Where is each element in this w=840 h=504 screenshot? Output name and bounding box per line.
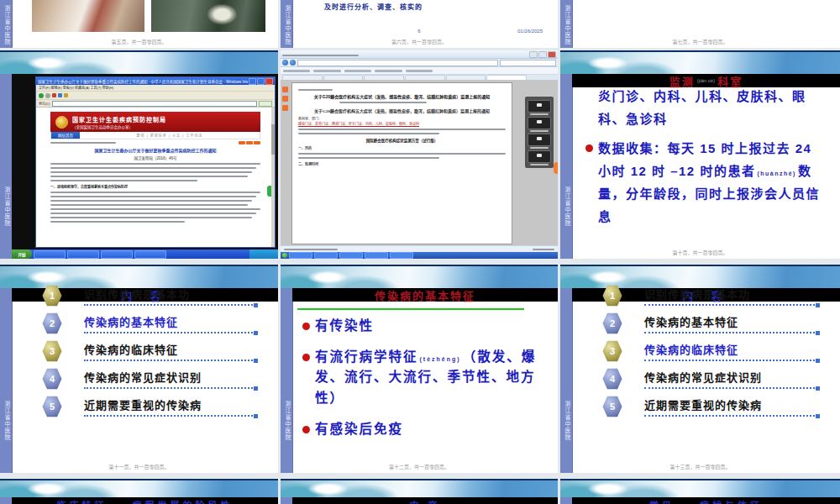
bullet-dot <box>302 354 310 361</box>
toc-label: 传染病的基本特征 <box>644 316 738 328</box>
taskbar-item <box>289 252 312 259</box>
slide-9-thumbnail[interactable]: 关于G20峰会医疗机构五大症状（发热、感染性皮疹、腹泻、结膜红肿和黄疸）监测上报… <box>281 50 558 259</box>
slide-body-text: 及时进行分析、调查、核实的 <box>324 2 423 11</box>
breadcrumb-text <box>50 142 144 144</box>
pinyin-annotation: (tèzhēng) <box>420 356 461 362</box>
start-button: 开始 <box>12 249 32 259</box>
number-badge: 5 <box>42 396 62 417</box>
slide-title: 临床特征——病程发展的阶段性 <box>57 500 234 504</box>
number-badge: 4 <box>42 368 62 390</box>
breadcrumb-row <box>50 141 260 144</box>
hospital-side-banner: 浙江省中医院 <box>281 288 293 473</box>
slide-title: 科室 <box>717 73 743 89</box>
wreath-photo-right <box>151 0 265 32</box>
slide-title: 内 容 <box>409 500 440 504</box>
notice-section-heading: 一、加强组织领导，高度重视夏秋季重点传染病防控 <box>50 184 260 189</box>
bullet-dot <box>302 426 310 433</box>
taskbar-item <box>365 252 388 259</box>
toc-label: 传染病的常见症状识别 <box>84 371 202 384</box>
desktop-screenshot: 国家卫生计生委办公厅关于做好夏秋季重点传染病防控工作的通知 - 中华人民共和国国… <box>12 74 278 259</box>
toc-leader: 传染病的基本特征 <box>84 313 256 333</box>
hospital-name-vertical: 浙江省中医院 <box>3 186 11 227</box>
toc-leader: 传染病的基本特征 <box>644 313 818 333</box>
surgery-banner-image <box>0 479 278 497</box>
toc-item: 3 传染病的临床特征 <box>42 340 256 362</box>
stop-icon <box>52 93 56 97</box>
browser-status-bar <box>281 245 558 252</box>
hospital-side-banner: 浙江省中医院 <box>0 288 13 473</box>
toc-leader: 传染病的临床特征 <box>644 341 818 361</box>
panel-label <box>530 164 549 165</box>
slide-8-thumbnail[interactable]: 浙江省中医院 国家卫生计生委办公厅关于做好夏秋季重点传染病防控工作的通知 - 中… <box>0 50 278 259</box>
ie-title-bar: 国家卫生计生委办公厅关于做好夏秋季重点传染病防控工作的通知 - 中华人民共和国国… <box>36 77 275 85</box>
monitored-departments-text: 感染门诊、发热门诊、肠道门诊、肝炎门诊、内科、儿科、皮肤科、眼科、急诊科 <box>298 121 506 126</box>
side-panel-handle <box>554 162 558 174</box>
close-icon <box>265 78 273 85</box>
hospital-side-banner: 浙江省中医院 <box>0 74 13 259</box>
browser-title-bar <box>281 50 558 59</box>
screen-share-icon <box>528 134 551 146</box>
gov-site-header: 国家卫生计生委疾病预防控制局 （全国爱国卫生运动委员会办公室） <box>50 112 260 132</box>
surgery-banner-image <box>0 265 278 288</box>
back-icon <box>39 93 44 98</box>
title-underline <box>297 308 524 310</box>
panel-label <box>530 130 549 132</box>
home-icon <box>64 93 68 97</box>
slide-title: 传染病的基本特征 <box>375 287 475 303</box>
ie-browser-window: 国家卫生计生委办公厅关于做好夏秋季重点传染病防控工作的通知 - 中华人民共和国国… <box>35 76 276 248</box>
slide-16-thumbnail[interactable]: 常见——症状与体征 <box>560 479 840 504</box>
nav-home-tab: 网站首页 <box>51 132 80 139</box>
number-badge: 2 <box>602 312 622 334</box>
hospital-side-banner: 浙江省中医院 <box>560 288 573 473</box>
windows-taskbar <box>281 252 558 259</box>
slide-11-thumbnail[interactable]: 浙江省中医院 内 容 1 识别传染病是基本功 2 传染病的基本特征 3 传染病的… <box>0 265 278 473</box>
url-input <box>297 60 498 66</box>
bullet-text: 有传染性 <box>315 316 374 337</box>
slide-13-thumbnail[interactable]: 浙江省中医院 内 容 1 识别传染病是基本功 2 传染病的基本特征 3 传染病的… <box>560 265 840 473</box>
agency-name: 国家卫生计生委疾病预防控制局 <box>72 115 166 123</box>
slide-title-bar: 监测 (jiān cè) 科室 <box>572 74 840 87</box>
bullet-text-part: 有流行病学特征 <box>315 349 418 364</box>
gov-webpage: 国家卫生计生委疾病预防控制局 （全国爱国卫生运动委员会办公室） 网站首页 要闻 … <box>36 108 275 247</box>
slide-10-thumbnail[interactable]: 浙江省中医院 监测 (jiān cè) 科室 感染门诊、发热门诊、肠道门诊、肝炎… <box>560 50 840 259</box>
toc-leader: 传染病的常见症状识别 <box>644 369 818 389</box>
toc-item: 5 近期需要重视的传染病 <box>42 396 256 417</box>
slide-title: 常见——症状与体征 <box>649 500 763 504</box>
slide-12-thumbnail[interactable]: 浙江省中医院 传染病的基本特征 有病原体 有传染性 有流行病学特征(tèzhēn… <box>281 265 558 473</box>
toc-leader: 识别传染病是基本功 <box>84 286 256 306</box>
forward-icon <box>290 60 296 66</box>
slide-date: 01/26/2025 <box>517 29 543 34</box>
panel-label <box>530 113 549 115</box>
toc-label: 近期需要重视的传染病 <box>84 399 202 412</box>
maximize-icon <box>538 51 547 58</box>
hospital-name-vertical: 浙江省中医院 <box>563 401 571 441</box>
print-button <box>246 141 253 144</box>
bullet-item: 有感染后免疫 <box>302 419 548 440</box>
bullet-item: 数据收集：每天 15 时上报过去 24 小时 12 时 –12 时的患者(huà… <box>585 137 830 228</box>
hospital-name-vertical: 浙江省中医院 <box>3 401 11 441</box>
status-text <box>284 249 338 250</box>
toc-item: 3 传染病的临床特征 <box>602 340 818 362</box>
breadcrumb-text <box>298 89 348 91</box>
slide-7-thumbnail[interactable]: 浙江省中医院 第七页，共一百零四页。 <box>560 0 840 48</box>
body-paragraph <box>298 153 506 159</box>
memorial-photo-left <box>32 0 144 32</box>
windows-taskbar: 开始 <box>12 249 278 259</box>
favorite-item <box>344 70 371 72</box>
plan-title: 国际峰会医疗机构症状监测方案（试行版） <box>298 138 506 143</box>
slide-6-thumbnail[interactable]: 浙江省中医院 及时进行分析、调查、核实的 6 01/26/2025 第六页，共一… <box>281 0 558 48</box>
slide-14-thumbnail[interactable]: 临床特征——病程发展的阶段性 <box>0 479 278 504</box>
bullet-text: 数据收集：每天 15 时上报过去 24 小时 12 时 –12 时的患者(huà… <box>598 137 830 228</box>
slide-15-thumbnail[interactable]: 内 容 <box>281 479 558 504</box>
section-item: 一、目的 <box>298 145 506 150</box>
toc-label-highlighted: 传染病的基本特征 <box>84 316 178 328</box>
toc-leader: 传染病的临床特征 <box>84 341 256 361</box>
toc-leader: 识别传染病是基本功 <box>644 286 818 306</box>
slide-5-thumbnail[interactable]: 浙江省中医院 第五页，共一百零四页。 <box>0 0 278 48</box>
bullet-item: 有传染性 <box>302 316 548 337</box>
site-nav-bar: 网站首页 要闻 | 新闻信息 | 公文 | 工作动态 <box>50 132 260 139</box>
toc-leader: 近期需要重视的传染病 <box>84 396 256 417</box>
toc-item: 2 传染病的基本特征 <box>42 312 256 334</box>
slide-title-bar: 传染病的基本特征 <box>292 288 558 302</box>
toc-item: 4 传染病的常见症状识别 <box>602 368 818 390</box>
